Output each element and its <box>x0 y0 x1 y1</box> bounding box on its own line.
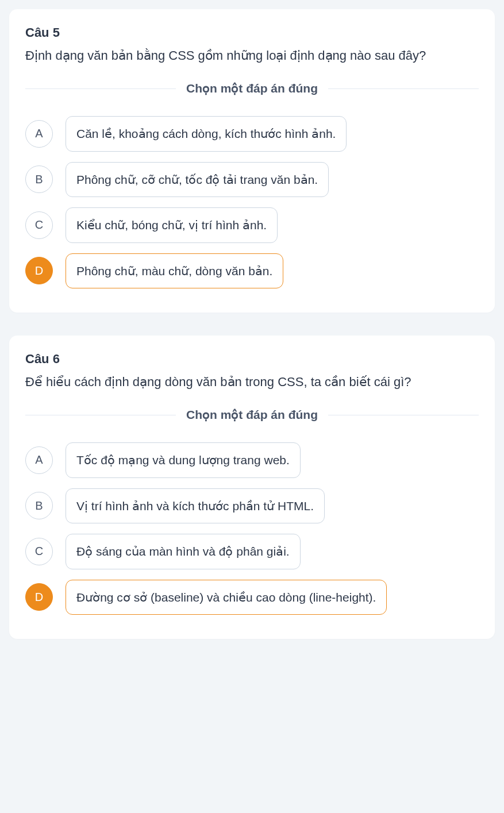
instruction-row: Chọn một đáp án đúng <box>25 408 479 422</box>
option-letter-b[interactable]: B <box>25 165 53 193</box>
instruction-label: Chọn một đáp án đúng <box>176 408 328 422</box>
option-text-b[interactable]: Phông chữ, cỡ chữ, tốc độ tải trang văn … <box>66 162 329 198</box>
question-text: Để hiểu cách định dạng dòng văn bản tron… <box>25 372 479 392</box>
option-row: C Kiểu chữ, bóng chữ, vị trí hình ảnh. <box>25 207 479 243</box>
instruction-row: Chọn một đáp án đúng <box>25 82 479 95</box>
divider <box>328 88 479 89</box>
option-row: A Căn lề, khoảng cách dòng, kích thước h… <box>25 116 479 152</box>
option-text-c[interactable]: Độ sáng của màn hình và độ phân giải. <box>66 534 301 569</box>
option-text-d[interactable]: Đường cơ sở (baseline) và chiều cao dòng… <box>66 580 387 615</box>
option-row: A Tốc độ mạng và dung lượng trang web. <box>25 442 479 478</box>
question-text: Định dạng văn bản bằng CSS gồm những loạ… <box>25 46 479 65</box>
option-row: C Độ sáng của màn hình và độ phân giải. <box>25 534 479 569</box>
option-letter-d[interactable]: D <box>25 257 53 284</box>
option-row: D Phông chữ, màu chữ, dòng văn bản. <box>25 253 479 289</box>
option-letter-b[interactable]: B <box>25 492 53 519</box>
option-letter-a[interactable]: A <box>25 120 53 148</box>
question-card: Câu 6 Để hiểu cách định dạng dòng văn bả… <box>9 336 495 639</box>
question-number: Câu 5 <box>25 25 479 40</box>
instruction-label: Chọn một đáp án đúng <box>176 82 328 95</box>
question-number: Câu 6 <box>25 352 479 367</box>
option-text-a[interactable]: Tốc độ mạng và dung lượng trang web. <box>66 442 301 478</box>
question-card: Câu 5 Định dạng văn bản bằng CSS gồm nhữ… <box>9 9 495 313</box>
option-row: D Đường cơ sở (baseline) và chiều cao dò… <box>25 580 479 615</box>
option-text-c[interactable]: Kiểu chữ, bóng chữ, vị trí hình ảnh. <box>66 207 278 243</box>
option-row: B Vị trí hình ảnh và kích thước phần tử … <box>25 488 479 524</box>
option-letter-d[interactable]: D <box>25 583 53 611</box>
option-letter-c[interactable]: C <box>25 211 53 239</box>
option-row: B Phông chữ, cỡ chữ, tốc độ tải trang vă… <box>25 162 479 198</box>
option-text-d[interactable]: Phông chữ, màu chữ, dòng văn bản. <box>66 253 283 289</box>
divider <box>25 415 176 415</box>
option-text-a[interactable]: Căn lề, khoảng cách dòng, kích thước hìn… <box>66 116 347 152</box>
divider <box>25 88 176 89</box>
option-text-b[interactable]: Vị trí hình ảnh và kích thước phần tử HT… <box>66 488 325 524</box>
divider <box>328 415 479 415</box>
option-letter-c[interactable]: C <box>25 538 53 565</box>
option-letter-a[interactable]: A <box>25 446 53 474</box>
